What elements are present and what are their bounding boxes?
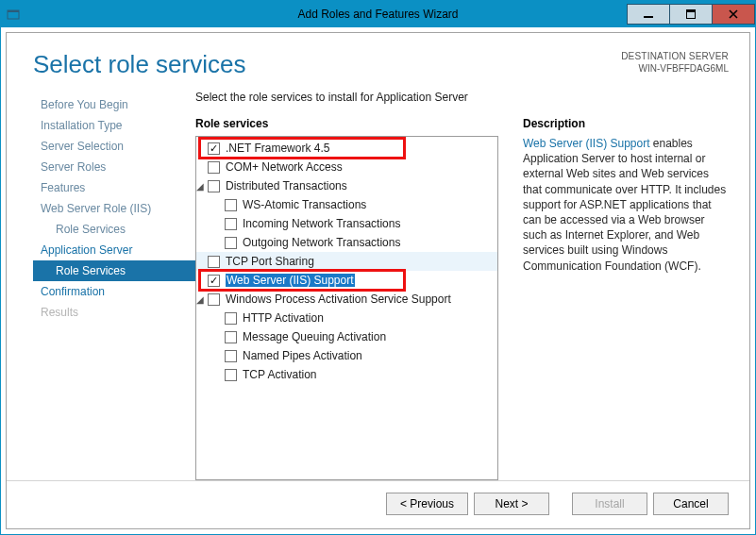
tree-item[interactable]: TCP Port Sharing bbox=[196, 252, 497, 271]
tree-item-label: Windows Process Activation Service Suppo… bbox=[226, 293, 451, 306]
titlebar: Add Roles and Features Wizard bbox=[1, 1, 755, 27]
checkbox[interactable] bbox=[225, 369, 237, 381]
nav-item[interactable]: Server Selection bbox=[33, 136, 195, 157]
tree-item[interactable]: TCP Activation bbox=[196, 365, 497, 384]
nav-item[interactable]: Web Server Role (IIS) bbox=[33, 198, 195, 219]
checkbox[interactable] bbox=[208, 256, 220, 268]
nav-item[interactable]: Before You Begin bbox=[33, 94, 195, 115]
collapse-icon[interactable]: ◢ bbox=[195, 181, 206, 192]
tree-item-label: Named Pipes Activation bbox=[243, 349, 362, 362]
tree-item-label: WS-Atomic Transactions bbox=[243, 198, 366, 211]
tree-item-label: TCP Port Sharing bbox=[226, 255, 314, 268]
description-column: Description Web Server (IIS) Support ena… bbox=[523, 117, 727, 480]
checkbox[interactable] bbox=[225, 218, 237, 230]
checkbox[interactable] bbox=[208, 180, 220, 192]
checkbox[interactable] bbox=[225, 312, 237, 325]
tree-item-label: Message Queuing Activation bbox=[243, 330, 386, 343]
nav-item[interactable]: Installation Type bbox=[33, 115, 195, 136]
tree-item-label: TCP Activation bbox=[243, 368, 316, 381]
destination-value: WIN-VFBFFDAG6ML bbox=[621, 62, 729, 75]
checkbox[interactable] bbox=[225, 350, 237, 362]
role-services-tree[interactable]: .NET Framework 4.5COM+ Network Access◢Di… bbox=[195, 136, 498, 480]
checkbox[interactable] bbox=[208, 293, 220, 306]
previous-button[interactable]: < Previous bbox=[386, 493, 468, 515]
tree-item[interactable]: COM+ Network Access bbox=[196, 158, 497, 176]
checkbox[interactable] bbox=[225, 199, 237, 211]
nav-item[interactable]: Confirmation bbox=[33, 281, 195, 302]
tree-item[interactable]: Incoming Network Transactions bbox=[196, 214, 497, 233]
tree-item[interactable]: .NET Framework 4.5 bbox=[196, 139, 497, 158]
collapse-icon[interactable]: ◢ bbox=[195, 294, 206, 305]
close-button[interactable] bbox=[712, 4, 755, 25]
tree-item-label: Web Server (IIS) Support bbox=[226, 274, 355, 287]
tree-item[interactable]: Outgoing Network Transactions bbox=[196, 233, 497, 252]
tree-item-label: Distributed Transactions bbox=[226, 179, 347, 192]
role-services-column: Role services .NET Framework 4.5COM+ Net… bbox=[195, 117, 498, 480]
minimize-button[interactable] bbox=[627, 4, 670, 25]
tree-item[interactable]: ◢Windows Process Activation Service Supp… bbox=[196, 290, 497, 309]
nav-item[interactable]: Role Services bbox=[33, 260, 195, 281]
main-panel: Select the role services to install for … bbox=[195, 89, 749, 480]
tree-item[interactable]: Named Pipes Activation bbox=[196, 346, 497, 365]
svg-rect-4 bbox=[687, 10, 696, 13]
prompt-text: Select the role services to install for … bbox=[195, 91, 727, 104]
description-link[interactable]: Web Server (IIS) Support bbox=[523, 137, 650, 150]
nav-item[interactable]: Application Server bbox=[33, 240, 195, 260]
maximize-button[interactable] bbox=[669, 4, 713, 25]
window-controls bbox=[628, 4, 755, 25]
tree-item[interactable]: WS-Atomic Transactions bbox=[196, 195, 497, 214]
role-services-label: Role services bbox=[195, 117, 498, 130]
tree-item-label: HTTP Activation bbox=[243, 311, 324, 325]
body: Before You BeginInstallation TypeServer … bbox=[7, 85, 749, 480]
nav-item: Results bbox=[33, 302, 195, 323]
checkbox[interactable] bbox=[208, 142, 220, 155]
description-label: Description bbox=[523, 117, 727, 130]
description-body: enables Application Server to host inter… bbox=[523, 137, 726, 273]
wizard-window: Add Roles and Features Wizard Select rol… bbox=[0, 0, 756, 535]
destination-label: DESTINATION SERVER bbox=[621, 50, 729, 62]
page-title: Select role services bbox=[33, 50, 245, 79]
checkbox[interactable] bbox=[208, 161, 220, 174]
tree-item[interactable]: Web Server (IIS) Support bbox=[196, 271, 497, 290]
header: Select role services DESTINATION SERVER … bbox=[7, 33, 749, 85]
tree-item-label: Outgoing Network Transactions bbox=[243, 236, 400, 249]
checkbox[interactable] bbox=[225, 237, 237, 249]
columns: Role services .NET Framework 4.5COM+ Net… bbox=[195, 117, 727, 480]
tree-item[interactable]: Message Queuing Activation bbox=[196, 327, 497, 346]
wizard-inner: Select role services DESTINATION SERVER … bbox=[6, 32, 750, 529]
checkbox[interactable] bbox=[225, 331, 237, 343]
nav-item[interactable]: Server Roles bbox=[33, 157, 195, 177]
wizard-nav: Before You BeginInstallation TypeServer … bbox=[33, 89, 195, 480]
svg-rect-2 bbox=[644, 16, 653, 18]
tree-item-label: COM+ Network Access bbox=[226, 160, 343, 174]
install-button[interactable]: Install bbox=[572, 493, 647, 515]
cancel-button[interactable]: Cancel bbox=[653, 493, 729, 515]
nav-item[interactable]: Role Services bbox=[33, 219, 195, 240]
nav-item[interactable]: Features bbox=[33, 177, 195, 198]
svg-rect-1 bbox=[8, 10, 19, 12]
tree-item[interactable]: ◢Distributed Transactions bbox=[196, 176, 497, 195]
tree-item-label: .NET Framework 4.5 bbox=[226, 142, 329, 155]
tree-item-label: Incoming Network Transactions bbox=[243, 217, 400, 230]
app-icon bbox=[1, 1, 25, 27]
footer: < Previous Next > Install Cancel bbox=[7, 480, 749, 528]
checkbox[interactable] bbox=[208, 275, 220, 287]
description-text: Web Server (IIS) Support enables Applica… bbox=[523, 136, 727, 274]
destination-server: DESTINATION SERVER WIN-VFBFFDAG6ML bbox=[621, 50, 729, 75]
next-button[interactable]: Next > bbox=[474, 493, 549, 515]
tree-item[interactable]: HTTP Activation bbox=[196, 309, 497, 327]
